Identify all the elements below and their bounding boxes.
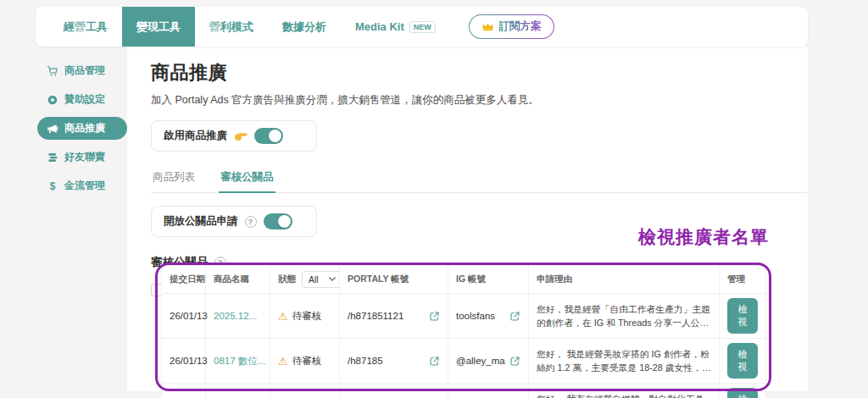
portaly-handle: /h87185 (348, 356, 383, 366)
nav-tab-profit-model[interactable]: 營利模式 (195, 7, 268, 47)
nav-tab-business-tools[interactable]: 經營工具 (49, 7, 122, 47)
col-product: 商品名稱 (206, 266, 270, 294)
nav-tab-monetize-tools[interactable]: 變現工具 (122, 7, 195, 47)
table-row: 26/01/13 0817 數位... ⚠待審核 /h87185 @alley_… (162, 339, 766, 384)
ig-handle: @alley_ma... (456, 356, 506, 366)
page-description: 加入 Portaly Ads 官方廣告與推廣分潤，擴大銷售管道，讓你的商品被更多… (151, 93, 808, 108)
application-reason: 您好， 我有在經營自媒體，對自動化工具很有興趣。看到這個 n8n 模板覺得很實用… (537, 392, 711, 398)
sidebar-item-product-promotion[interactable]: 商品推廣 (37, 117, 127, 140)
cart-icon (47, 65, 58, 77)
application-reason: 您好，我是經營「自由工作者生產力」主題的創作者，在 IG 和 Threads 分… (537, 302, 711, 329)
portaly-handle: /h871851121 (348, 311, 403, 321)
new-badge: NEW (409, 21, 436, 33)
subscribe-plan-button[interactable]: 訂閱方案 (469, 14, 554, 39)
sidebar-item-label: 好友聯賣 (64, 150, 105, 164)
col-ig: IG 帳號 (448, 266, 529, 294)
view-button[interactable]: 檢視 (727, 298, 758, 334)
tab-review-pr-items[interactable]: 審核公關品 (219, 164, 275, 193)
external-link-icon[interactable] (509, 311, 520, 322)
col-reason: 申請理由 (529, 266, 720, 294)
open-pr-application-card: 開放公關品申請 ? (151, 206, 317, 237)
status-text: 待審核 (292, 355, 322, 368)
view-button[interactable]: 檢視 (727, 343, 758, 379)
enable-promotion-label: 啟用商品推廣 (164, 129, 227, 143)
page-title: 商品推廣 (151, 60, 808, 86)
view-button[interactable]: 檢視 (727, 388, 758, 398)
warning-icon: ⚠ (278, 356, 288, 367)
open-pr-application-toggle[interactable] (264, 213, 292, 229)
status-text: 待審核 (292, 310, 322, 323)
sidebar-item-label: 贊助設定 (64, 92, 105, 107)
sidebar-item-sponsor-settings[interactable]: 贊助設定 (37, 88, 127, 111)
media-kit-label: Media Kit (355, 20, 404, 33)
table-row: 26/01/13 0817 數位... ⚠待審核 /h871851126 Jud… (162, 384, 766, 398)
product-link[interactable]: 2025.12... (214, 311, 257, 321)
col-portaly: PORTALY 帳號 (340, 266, 448, 294)
table-row: 26/01/13 2025.12... ⚠待審核 /h871851121 too… (162, 294, 766, 339)
sponsor-icon (47, 94, 58, 106)
sidebar-item-friend-coselling[interactable]: 好友聯賣 (37, 146, 127, 169)
external-link-icon[interactable] (429, 311, 440, 322)
main-content: 商品推廣 加入 Portaly Ads 官方廣告與推廣分潤，擴大銷售管道，讓你的… (127, 47, 808, 391)
col-date: 提交日期 (162, 266, 206, 294)
coins-icon (47, 152, 58, 163)
cell-date: 26/01/13 (162, 384, 206, 398)
cell-date: 26/01/13 (162, 339, 206, 384)
external-link-icon[interactable] (429, 356, 440, 367)
enable-promotion-card: 啟用商品推廣 (151, 120, 317, 152)
nav-tab-data-analysis[interactable]: 數據分析 (268, 7, 341, 47)
enable-promotion-toggle[interactable] (254, 128, 283, 144)
chevron-down-icon (329, 277, 336, 282)
sidebar-item-product-management[interactable]: 商品管理 (37, 59, 127, 82)
col-manage: 管理 (720, 266, 766, 294)
top-navbar: 經營工具 變現工具 營利模式 數據分析 Media Kit NEW 訂閱方案 (36, 7, 808, 47)
annotation-view-promoter-list: 檢視推廣者名單 (638, 225, 769, 249)
product-link[interactable]: 0817 數位... (214, 356, 265, 366)
warning-icon: ⚠ (278, 311, 288, 322)
sidebar-item-label: 商品管理 (64, 64, 105, 78)
sidebar: 商品管理 贊助設定 商品推廣 好友聯賣 (37, 59, 127, 197)
col-status: 狀態 All (270, 266, 340, 294)
sidebar-item-label: 商品推廣 (64, 121, 105, 135)
dollar-icon: $ (47, 180, 58, 192)
cell-date: 26/01/13 (162, 294, 206, 339)
tab-product-list[interactable]: 商品列表 (151, 164, 197, 192)
ig-handle: toolsfans (456, 311, 495, 321)
status-filter-select[interactable]: All (302, 271, 340, 288)
sidebar-item-label: 金流管理 (64, 179, 105, 193)
open-pr-application-label: 開放公關品申請 (164, 214, 238, 229)
status-filter-value: All (309, 274, 319, 285)
subscribe-plan-label: 訂閱方案 (499, 19, 542, 34)
megaphone-icon (47, 123, 58, 135)
status-header-label: 狀態 (278, 274, 296, 285)
promotion-tabs: 商品列表 審核公關品 (151, 164, 808, 193)
application-reason: 您好， 我是經營美妝穿搭的 IG 創作者，粉絲約 1.2 萬，主要受眾是 18-… (537, 347, 711, 374)
review-table: 提交日期 商品名稱 狀態 All PO (161, 265, 765, 398)
nav-tab-media-kit[interactable]: Media Kit NEW (341, 7, 450, 47)
table-header-row: 提交日期 商品名稱 狀態 All PO (162, 266, 766, 294)
pointing-hand-icon (234, 130, 248, 141)
sidebar-item-payment-management[interactable]: $ 金流管理 (37, 174, 127, 197)
crown-icon (481, 22, 494, 31)
help-icon[interactable]: ? (245, 216, 257, 228)
external-link-icon[interactable] (509, 356, 520, 367)
